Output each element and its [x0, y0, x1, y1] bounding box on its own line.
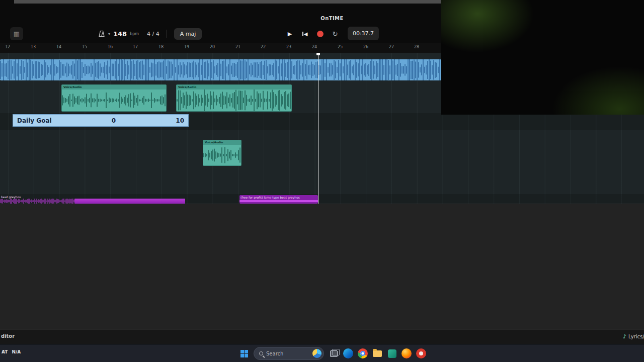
loop-button[interactable]: ↻: [329, 27, 342, 40]
taskbar-status-text: ATN/A: [2, 349, 21, 354]
waveform: [0, 199, 74, 204]
edge-button[interactable]: [342, 347, 355, 360]
app-label: OnTIME: [309, 16, 355, 21]
video-overlay: [441, 0, 644, 115]
lyrics-label: Lyrics/: [628, 334, 644, 339]
edge-icon: [343, 348, 353, 358]
play-button[interactable]: ▶: [283, 27, 296, 40]
chevron-down-icon[interactable]: ▾: [108, 32, 110, 36]
ruler-tick: 15: [82, 45, 87, 49]
app-red-icon: [416, 348, 426, 358]
ruler-tick: 18: [158, 45, 164, 49]
waveform: [203, 145, 241, 165]
chrome-button[interactable]: [356, 347, 369, 360]
ruler-tick: 17: [133, 45, 138, 49]
effects-rack: i DIGI Comp × Attack Release Threshold R…: [0, 204, 644, 329]
clip-body: [239, 200, 318, 202]
beat-clip-right[interactable]: (free for profit) lame type beat greyhos: [239, 195, 318, 204]
firefox-icon: [401, 348, 412, 358]
window-titlebar: [14, 0, 441, 4]
clip-label: Voice/Audio: [203, 140, 241, 145]
ruler-tick: 28: [414, 45, 419, 49]
waveform: [0, 59, 441, 80]
ruler-tick: 20: [210, 45, 215, 49]
time-display: 00:37.7: [348, 27, 379, 40]
ruler-tick: 26: [363, 45, 368, 49]
ruler-tick: 12: [5, 45, 10, 49]
task-view-icon: [330, 350, 338, 357]
tempo-group: ▾ 148 bpm 4 / 4 A maj: [98, 27, 202, 41]
ruler-tick: 13: [31, 45, 36, 49]
divider: [167, 30, 167, 38]
clip-body: [74, 199, 185, 204]
start-button[interactable]: [237, 347, 251, 360]
clip-label: Voice/Audio: [177, 85, 291, 89]
timeline-ruler[interactable]: 12 13 14 15 16 17 18 19 20 21 22 23 24 2…: [0, 43, 441, 53]
music-note-icon: ♪: [623, 333, 626, 340]
ruler-tick: 19: [184, 45, 189, 49]
metronome-icon[interactable]: [98, 30, 105, 37]
daily-goal-bar[interactable]: Daily Goal 0 10: [13, 114, 189, 127]
search-icon: [259, 351, 263, 355]
ruler-tick: 27: [389, 45, 394, 49]
ruler-tick: 14: [56, 45, 61, 49]
store-button[interactable]: [385, 347, 398, 360]
audio-clip-beat[interactable]: [0, 59, 441, 80]
taskbar-center: Search: [237, 346, 428, 361]
ruler-tick: 23: [286, 45, 291, 49]
editor-label[interactable]: ditor: [1, 333, 15, 339]
search-highlight-icon: [312, 349, 321, 358]
bpm-unit-label: bpm: [130, 32, 139, 36]
bpm-value[interactable]: 148: [113, 30, 127, 38]
ruler-tick: 24: [312, 45, 317, 49]
lyrics-button[interactable]: ♪ Lyrics/: [623, 333, 644, 340]
file-explorer-button[interactable]: [371, 347, 384, 360]
waveform: [62, 89, 166, 111]
folder-icon: [373, 350, 382, 357]
skip-bar: [302, 32, 303, 36]
ruler-tick: 21: [235, 45, 240, 49]
daily-goal-label: Daily Goal: [13, 117, 52, 124]
firefox-button[interactable]: [400, 347, 413, 360]
clip-label: beat greyhos: [1, 195, 21, 199]
voice-audio-clip[interactable]: Voice/Audio: [176, 84, 292, 112]
grid-view-button[interactable]: ▦: [10, 27, 23, 40]
daily-goal-start: 0: [52, 117, 176, 124]
statusbar: ditor ♪ Lyrics/: [0, 329, 644, 344]
key-button[interactable]: A maj: [174, 28, 202, 40]
waveform: [177, 89, 291, 111]
clip-label: Voice/Audio: [62, 85, 166, 89]
chrome-icon: [358, 348, 368, 358]
ruler-tick: 25: [338, 45, 343, 49]
task-view-button[interactable]: [327, 347, 340, 360]
taskbar-search[interactable]: Search: [254, 347, 324, 360]
store-icon: [388, 349, 396, 358]
voice-audio-clip[interactable]: Voice/Audio: [61, 84, 167, 112]
clip-label: (free for profit) lame type beat greyhos: [240, 196, 300, 199]
time-signature[interactable]: 4 / 4: [147, 31, 159, 37]
search-placeholder: Search: [266, 351, 309, 356]
daw-app-window: ▦ ▾ 148 bpm 4 / 4 A maj OnTIME ▶ ◀ ↻ 00:…: [0, 0, 644, 362]
ruler-tick: 22: [261, 45, 266, 49]
beat-clip-left[interactable]: beat greyhos: [0, 195, 185, 204]
skip-to-start-button[interactable]: ◀: [298, 27, 311, 40]
voice-audio-clip[interactable]: Voice/Audio: [203, 140, 242, 166]
record-button[interactable]: [313, 27, 327, 40]
windows-logo-icon: [240, 350, 248, 357]
windows-taskbar: ATN/A Search: [0, 344, 644, 362]
record-icon: [317, 31, 324, 37]
ruler-tick: 16: [108, 45, 113, 49]
app-red-button[interactable]: [415, 347, 428, 360]
daily-goal-end: 10: [176, 117, 188, 124]
playhead[interactable]: [318, 53, 318, 204]
